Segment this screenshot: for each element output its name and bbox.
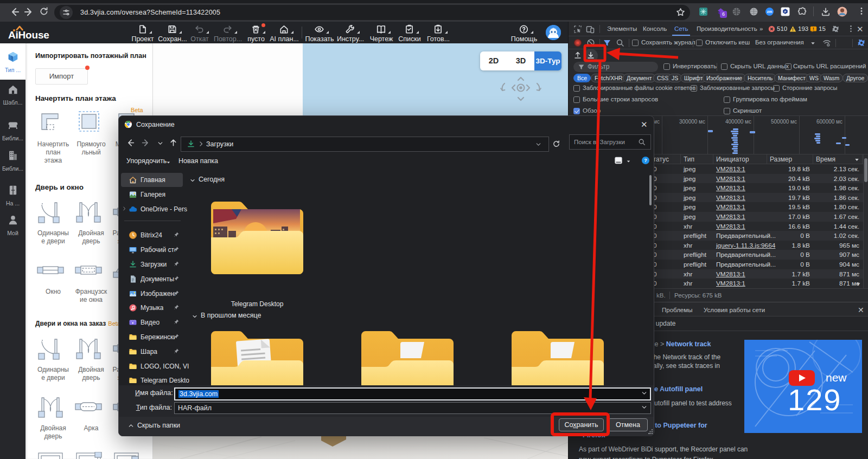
- devtools-more-tabs[interactable]: »: [760, 22, 763, 36]
- extension-zoom[interactable]: zm: [765, 7, 774, 16]
- export-har-button[interactable]: [586, 50, 595, 60]
- toolbar-button-save[interactable]: Сохран...: [157, 22, 188, 43]
- cancel-button[interactable]: Отмена: [608, 418, 648, 431]
- folder-item[interactable]: [206, 325, 309, 385]
- dialog-up-button[interactable]: [169, 138, 178, 147]
- column-header-Время[interactable]: Время: [816, 156, 835, 163]
- rail-item-Библи[interactable]: Библи...: [0, 150, 25, 172]
- toolbar-button-redo[interactable]: Повтор...: [213, 22, 243, 43]
- toolbar-button-project[interactable]: Проект: [127, 22, 158, 43]
- sidebar-item-Видео[interactable]: Видео: [121, 315, 183, 329]
- sidebar-item-Bitrix24[interactable]: Bitrix24: [121, 228, 183, 242]
- panel-item[interactable]: Одинарные двери: [35, 335, 71, 382]
- overview-checkbox[interactable]: [724, 108, 730, 114]
- filter-checkbox[interactable]: [724, 96, 730, 103]
- extension-globe-dark[interactable]: [732, 7, 741, 16]
- drawer-close-button[interactable]: ✕: [858, 306, 864, 314]
- folder-item[interactable]: [506, 325, 609, 385]
- folder-item[interactable]: [356, 325, 459, 385]
- invert-checkbox[interactable]: [663, 63, 670, 70]
- cell-initiator[interactable]: VM2813:1: [716, 165, 745, 173]
- cell-initiator[interactable]: VM2813:1: [716, 280, 745, 287]
- devtools-menu-button[interactable]: [847, 24, 855, 33]
- extension-hex-chat[interactable]: [781, 7, 790, 16]
- back-button[interactable]: [9, 7, 20, 17]
- extension-ext-teal[interactable]: [699, 7, 708, 16]
- sidebar-item-Документы[interactable]: Документы: [121, 272, 183, 286]
- devtools-tab-Элементы[interactable]: Элементы: [607, 22, 637, 36]
- cell-initiator[interactable]: VM2813:1: [716, 184, 745, 192]
- panel-item[interactable]: [111, 452, 147, 459]
- save-button[interactable]: Сохранить: [559, 418, 604, 431]
- preserve-log-checkbox[interactable]: [632, 40, 639, 46]
- address-dropdown-icon[interactable]: [535, 141, 542, 148]
- devtools-close-button[interactable]: ✕: [857, 25, 864, 33]
- column-header-Тип[interactable]: Тип: [684, 156, 694, 163]
- sidebar-item-OneDrivePers[interactable]: OneDrive - Pers: [121, 202, 183, 216]
- site-permissions-icon[interactable]: [60, 6, 73, 19]
- scroll-down-icon[interactable]: [854, 280, 862, 288]
- group-collapse-icon[interactable]: [192, 313, 198, 320]
- hide-extension-urls-checkbox[interactable]: [785, 63, 792, 70]
- disable-cache-checkbox[interactable]: [696, 40, 703, 46]
- network-settings-button[interactable]: [857, 38, 866, 47]
- file-type-select[interactable]: HAR-файл: [174, 402, 651, 414]
- panel-item[interactable]: Французские окна: [73, 257, 109, 304]
- panel-item[interactable]: [35, 452, 71, 459]
- filter-checkbox[interactable]: [773, 85, 780, 92]
- new-folder-button[interactable]: Новая папка: [178, 157, 218, 165]
- throttling-select[interactable]: Без ограничения: [755, 39, 804, 46]
- extension-puzzle[interactable]: [797, 7, 807, 16]
- drawer-tab-network-conditions[interactable]: Условия работы сети: [704, 303, 765, 317]
- sidebar-item-Изображени[interactable]: Изображени: [121, 287, 183, 301]
- hide-folders-chevron-icon[interactable]: [127, 422, 135, 429]
- filter-chip-Wasm[interactable]: Wasm: [820, 74, 843, 82]
- panel-item[interactable]: Начертитьпланэтажа: [35, 109, 71, 165]
- view-mode-icon[interactable]: [614, 156, 623, 165]
- file-name-input[interactable]: 3d.3vjia.com: [174, 387, 651, 400]
- view-toggle-3d[interactable]: 3D: [507, 51, 534, 70]
- toolbar-button-eye[interactable]: Показать: [304, 22, 335, 43]
- drawer-tab-problems[interactable]: Проблемы: [662, 303, 692, 317]
- reload-button[interactable]: [39, 7, 49, 16]
- panel-item[interactable]: Двойнаядверь: [35, 393, 71, 441]
- filter-chip-Документ[interactable]: Документ: [623, 74, 656, 82]
- dialog-address-bar[interactable]: Загрузки: [181, 137, 549, 152]
- dialog-search-box[interactable]: Поиск в: Загрузки: [569, 134, 651, 150]
- dialog-back-button[interactable]: [125, 138, 135, 147]
- view-caret-icon[interactable]: [626, 158, 631, 164]
- sidebar-item-Шара[interactable]: Шара: [121, 345, 183, 359]
- filter-toggle-button[interactable]: [603, 38, 611, 47]
- extension-globe-light[interactable]: [749, 7, 758, 16]
- sidebar-item-Главная[interactable]: Главная: [121, 173, 183, 187]
- cell-initiator[interactable]: VM2813:1: [716, 270, 745, 278]
- dialog-refresh-button[interactable]: [552, 140, 560, 148]
- filter-chip-Все[interactable]: Все: [573, 74, 591, 82]
- toolbar-button-export[interactable]: Готов...: [423, 22, 454, 43]
- filter-chip-Манифест[interactable]: Манифест: [774, 74, 809, 82]
- sidebar-item-LOGOICONVI[interactable]: LOGO, ICON, VI: [121, 359, 183, 373]
- toolbar-button-clear[interactable]: пусто: [241, 22, 271, 43]
- file-name-dropdown-icon[interactable]: [641, 390, 648, 397]
- dialog-recent-button[interactable]: [157, 140, 164, 147]
- import-button[interactable]: Импорт: [35, 68, 88, 85]
- camera-compass[interactable]: [496, 76, 545, 103]
- cell-initiator[interactable]: VM2813:1: [716, 194, 745, 202]
- filter-checkbox[interactable]: [691, 85, 697, 92]
- filter-chip-Изображение[interactable]: Изображение: [703, 74, 746, 82]
- user-avatar[interactable]: [546, 25, 561, 40]
- filter-chip-FetchXHR[interactable]: Fetch/XHR: [591, 74, 626, 82]
- file-type-dropdown-icon[interactable]: [641, 404, 648, 411]
- rail-item-На[interactable]: На ...: [0, 184, 25, 206]
- filter-input[interactable]: Фильтр: [573, 62, 658, 72]
- rail-item-Шабл[interactable]: Шабл...: [0, 83, 25, 106]
- cell-initiator[interactable]: VM2813:1: [716, 223, 745, 230]
- browser-profile-button[interactable]: [837, 7, 847, 17]
- inspect-icon-button[interactable]: [573, 25, 582, 34]
- forward-button[interactable]: [24, 7, 35, 17]
- rail-item-Тип[interactable]: Тип ...: [0, 51, 25, 73]
- scrollbar-thumb[interactable]: [864, 158, 867, 182]
- panel-item[interactable]: Окно: [35, 257, 71, 296]
- filter-chip-Носитель[interactable]: Носитель: [744, 74, 776, 82]
- dialog-help-button[interactable]: ?: [641, 156, 650, 165]
